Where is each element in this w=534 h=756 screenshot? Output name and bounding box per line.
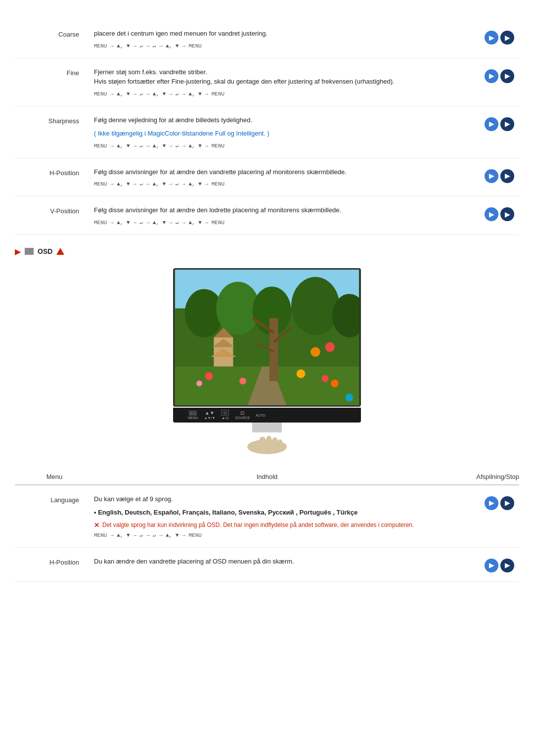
warning-x-icon: ✕ bbox=[94, 521, 99, 529]
desc-h-position: Følg disse anvisninger for at ændre den … bbox=[94, 167, 475, 177]
row-coarse: Coarse placere det i centrum igen med me… bbox=[15, 20, 519, 58]
svg-point-26 bbox=[346, 393, 354, 401]
path-language: MENU → ▲, ▼ → ↵ → ↵ → ▲, ▼ → MENU bbox=[94, 532, 475, 538]
up-triangle-icon bbox=[56, 248, 64, 255]
desc-language-list: • English, Deutsch, Español, Français, I… bbox=[94, 508, 475, 518]
label-v-position: V-Position bbox=[15, 205, 94, 215]
btn-menu[interactable]: MENU bbox=[188, 416, 198, 420]
btn-adjust[interactable]: ▲/◎ bbox=[222, 416, 229, 420]
hand-icon bbox=[245, 434, 289, 454]
path-fine: MENU → ▲, ▼ → ↵ → ▲, ▼ → ↵ → ▲, ▼ → MENU bbox=[94, 91, 475, 97]
osd-icons-h-position: ▶ ▶ bbox=[485, 557, 519, 572]
content-h-position: Følg disse anvisninger for at ændre den … bbox=[94, 167, 485, 188]
icons-sharpness: ▶ ▶ bbox=[485, 115, 519, 131]
osd-header-content: Indhold bbox=[94, 473, 440, 480]
label-language: Language bbox=[15, 494, 94, 504]
svg-point-25 bbox=[325, 342, 335, 352]
row-h-position: H-Position Følg disse anvisninger for at… bbox=[15, 158, 519, 197]
row-fine: Fine Fjerner støj som f.eks. vandrette s… bbox=[15, 58, 519, 106]
prev-icon-coarse[interactable]: ▶ bbox=[485, 31, 498, 45]
content-sharpness: Følg denne vejledning for at ændre bille… bbox=[94, 115, 485, 149]
desc-language-intro: Du kan vælge et af 9 sprog. bbox=[94, 494, 475, 504]
stop-square-icon bbox=[25, 248, 34, 255]
svg-point-19 bbox=[239, 378, 246, 384]
prev-icon-sharpness[interactable]: ▶ bbox=[485, 117, 498, 131]
label-coarse: Coarse bbox=[15, 29, 94, 38]
next-icon-v-position[interactable]: ▶ bbox=[500, 207, 514, 221]
osd-row-language: Language Du kan vælge et af 9 sprog. • E… bbox=[15, 485, 519, 548]
row-sharpness: Sharpness Følg denne vejledning for at æ… bbox=[15, 106, 519, 158]
label-fine: Fine bbox=[15, 67, 94, 77]
next-icon-osd-h-position[interactable]: ▶ bbox=[500, 559, 514, 572]
icons-v-position: ▶ ▶ bbox=[485, 205, 519, 221]
prev-icon-fine[interactable]: ▶ bbox=[485, 69, 498, 83]
path-h-position: MENU → ▲, ▼ → ↵ → ▲, ▼ → ↵ → ▲, ▼ → MENU bbox=[94, 181, 475, 187]
btn-source[interactable]: SOURCE bbox=[235, 416, 250, 420]
monitor-controls-bar: MENU ▲▼ ▲▼/▼ ⊡ ▲/◎ ⊡ SOURCE AUTO bbox=[173, 408, 361, 423]
svg-point-24 bbox=[311, 347, 320, 357]
monitor-screen bbox=[173, 268, 361, 407]
prev-icon-h-position[interactable]: ▶ bbox=[485, 169, 498, 183]
svg-rect-28 bbox=[260, 437, 266, 448]
osd-header-stop: Afspilning/Stop bbox=[440, 473, 519, 480]
warning-language-text: Det valgte sprog har kun indvirkning på … bbox=[102, 521, 414, 528]
next-icon-sharpness[interactable]: ▶ bbox=[500, 117, 514, 131]
desc-fine: Fjerner støj som f.eks. vandrette stribe… bbox=[94, 67, 475, 87]
desc-v-position: Følg disse anvisninger for at ændre den … bbox=[94, 205, 475, 215]
play-triangle-icon: ▶ bbox=[15, 247, 21, 256]
content-v-position: Følg disse anvisninger for at ændre den … bbox=[94, 205, 485, 226]
garden-scene-svg bbox=[175, 270, 359, 405]
btn-updown[interactable]: ▲▼/▼ bbox=[204, 416, 216, 420]
desc-coarse: placere det i centrum igen med menuen fo… bbox=[94, 29, 475, 39]
warning-language: ✕ Det valgte sprog har kun indvirkning p… bbox=[94, 521, 475, 529]
monitor-frame: MENU ▲▼ ▲▼/▼ ⊡ ▲/◎ ⊡ SOURCE AUTO bbox=[173, 268, 361, 454]
btn-auto[interactable]: AUTO bbox=[256, 414, 265, 417]
content-language: Du kan vælge et af 9 sprog. • English, D… bbox=[94, 494, 485, 538]
path-coarse: MENU → ▲, ▼ → ↵ → ↵ → ▲, ▼ → MENU bbox=[94, 43, 475, 49]
icons-fine: ▶ ▶ bbox=[485, 67, 519, 83]
osd-content-h-position: Du kan ændre den vandrette placering af … bbox=[94, 557, 485, 570]
osd-divider: ▶ OSD bbox=[15, 245, 519, 258]
monitor-image-container: MENU ▲▼ ▲▼/▼ ⊡ ▲/◎ ⊡ SOURCE AUTO bbox=[15, 268, 519, 454]
svg-point-20 bbox=[297, 369, 306, 378]
osd-header-menu: Menu bbox=[15, 473, 94, 480]
label-sharpness: Sharpness bbox=[15, 115, 94, 125]
path-sharpness: MENU → ▲, ▼ → ↵ → ▲, ▼ → ↵ → ▲, ▼ → MENU bbox=[94, 142, 475, 149]
svg-point-21 bbox=[322, 375, 329, 382]
osd-header-row: Menu Indhold Afspilning/Stop bbox=[15, 469, 519, 485]
osd-section-label: OSD bbox=[38, 247, 52, 255]
osd-table-section: Menu Indhold Afspilning/Stop Language Du… bbox=[15, 469, 519, 582]
desc-sharpness: Følg denne vejledning for at ændre bille… bbox=[94, 115, 475, 125]
icons-h-position: ▶ ▶ bbox=[485, 167, 519, 183]
svg-point-23 bbox=[331, 379, 339, 387]
prev-icon-osd-h-position[interactable]: ▶ bbox=[485, 559, 498, 572]
svg-rect-29 bbox=[267, 436, 271, 448]
osd-label-h-position: H-Position bbox=[15, 557, 94, 566]
prev-icon-v-position[interactable]: ▶ bbox=[485, 207, 498, 221]
path-v-position: MENU → ▲, ▼ → ↵ → ▲, ▼ → ↵ → ▲, ▼ → MENU bbox=[94, 219, 475, 226]
osd-desc-h-position: Du kan ændre den vandrette placering af … bbox=[94, 557, 475, 567]
svg-point-6 bbox=[291, 277, 340, 334]
svg-rect-30 bbox=[272, 437, 277, 448]
monitor-stand-base-area bbox=[173, 434, 361, 454]
svg-point-18 bbox=[205, 372, 213, 380]
next-icon-language[interactable]: ▶ bbox=[500, 496, 514, 510]
next-icon-coarse[interactable]: ▶ bbox=[500, 31, 514, 45]
next-icon-fine[interactable]: ▶ bbox=[500, 69, 514, 83]
row-v-position: V-Position Følg disse anvisninger for at… bbox=[15, 196, 519, 235]
settings-section: Coarse placere det i centrum igen med me… bbox=[15, 20, 519, 235]
svg-point-22 bbox=[196, 380, 202, 386]
monitor-stand-neck bbox=[252, 423, 282, 432]
next-icon-h-position[interactable]: ▶ bbox=[500, 169, 514, 183]
content-fine: Fjerner støj som f.eks. vandrette stribe… bbox=[94, 67, 485, 97]
osd-row-h-position: H-Position Du kan ændre den vandrette pl… bbox=[15, 548, 519, 582]
prev-icon-language[interactable]: ▶ bbox=[485, 496, 498, 510]
content-coarse: placere det i centrum igen med menuen fo… bbox=[94, 29, 485, 49]
desc-sharpness-highlight: ( Ikke tilgængelig i MagicColor-tilstand… bbox=[94, 129, 475, 139]
svg-rect-31 bbox=[278, 439, 282, 448]
icons-language: ▶ ▶ bbox=[485, 494, 519, 510]
label-h-position: H-Position bbox=[15, 167, 94, 177]
icons-coarse: ▶ ▶ bbox=[485, 29, 519, 45]
